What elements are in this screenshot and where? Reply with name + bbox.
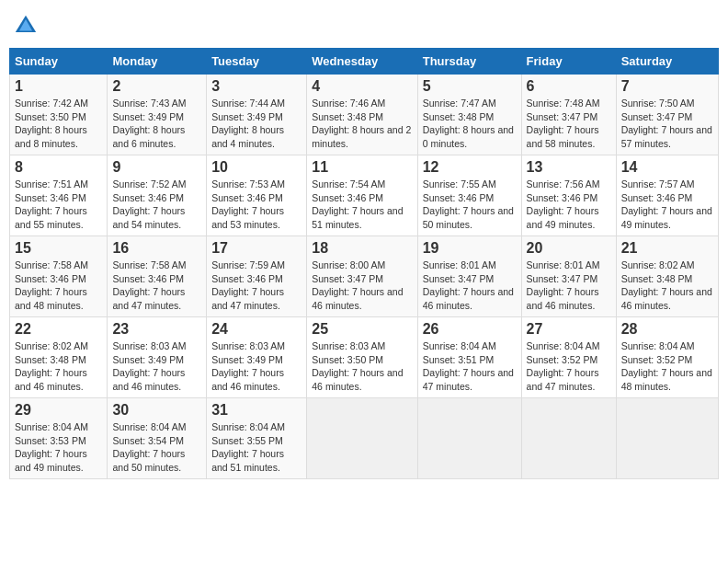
week-row-4: 22 Sunrise: 8:02 AMSunset: 3:48 PMDaylig…	[10, 317, 719, 398]
day-detail: Sunrise: 7:42 AMSunset: 3:50 PMDaylight:…	[15, 97, 102, 151]
day-detail: Sunrise: 7:55 AMSunset: 3:46 PMDaylight:…	[423, 178, 517, 232]
page-header	[9, 9, 719, 42]
day-number: 24	[211, 321, 301, 338]
day-detail: Sunrise: 7:51 AMSunset: 3:46 PMDaylight:…	[15, 178, 102, 232]
day-cell-28: 28 Sunrise: 8:04 AMSunset: 3:52 PMDaylig…	[616, 317, 718, 398]
header-wednesday: Wednesday	[307, 49, 417, 75]
day-number: 1	[15, 78, 102, 95]
day-detail: Sunrise: 7:57 AMSunset: 3:46 PMDaylight:…	[621, 178, 713, 232]
logo	[13, 13, 42, 39]
day-detail: Sunrise: 7:58 AMSunset: 3:46 PMDaylight:…	[15, 259, 102, 313]
day-number: 21	[621, 240, 713, 257]
day-cell-13: 13 Sunrise: 7:56 AMSunset: 3:46 PMDaylig…	[521, 155, 616, 236]
day-cell-1: 1 Sunrise: 7:42 AMSunset: 3:50 PMDayligh…	[10, 75, 108, 155]
day-number: 30	[112, 402, 201, 419]
day-detail: Sunrise: 8:03 AMSunset: 3:50 PMDaylight:…	[312, 339, 412, 394]
day-detail: Sunrise: 8:03 AMSunset: 3:49 PMDaylight:…	[112, 339, 201, 394]
day-cell-17: 17 Sunrise: 7:59 AMSunset: 3:46 PMDaylig…	[207, 236, 307, 317]
day-number: 12	[423, 159, 517, 176]
calendar-table: SundayMondayTuesdayWednesdayThursdayFrid…	[9, 48, 719, 479]
day-cell-15: 15 Sunrise: 7:58 AMSunset: 3:46 PMDaylig…	[10, 236, 108, 317]
day-number: 3	[211, 78, 301, 95]
day-number: 8	[15, 159, 102, 176]
header-friday: Friday	[521, 49, 616, 75]
day-cell-11: 11 Sunrise: 7:54 AMSunset: 3:46 PMDaylig…	[307, 155, 417, 236]
day-cell-25: 25 Sunrise: 8:03 AMSunset: 3:50 PMDaylig…	[307, 317, 417, 398]
day-detail: Sunrise: 8:04 AMSunset: 3:52 PMDaylight:…	[621, 339, 713, 394]
day-number: 13	[527, 159, 611, 176]
day-number: 9	[112, 159, 201, 176]
day-cell-20: 20 Sunrise: 8:01 AMSunset: 3:47 PMDaylig…	[521, 236, 616, 317]
day-cell-10: 10 Sunrise: 7:53 AMSunset: 3:46 PMDaylig…	[207, 155, 307, 236]
day-cell-29: 29 Sunrise: 8:04 AMSunset: 3:53 PMDaylig…	[10, 398, 108, 479]
day-cell-22: 22 Sunrise: 8:02 AMSunset: 3:48 PMDaylig…	[10, 317, 108, 398]
day-cell-6: 6 Sunrise: 7:48 AMSunset: 3:47 PMDayligh…	[521, 75, 616, 155]
day-number: 20	[527, 240, 611, 257]
header-sunday: Sunday	[10, 49, 108, 75]
day-cell-26: 26 Sunrise: 8:04 AMSunset: 3:51 PMDaylig…	[417, 317, 521, 398]
day-detail: Sunrise: 8:04 AMSunset: 3:52 PMDaylight:…	[527, 339, 611, 394]
logo-icon	[13, 13, 39, 39]
week-row-5: 29 Sunrise: 8:04 AMSunset: 3:53 PMDaylig…	[10, 398, 719, 479]
empty-cell	[616, 398, 718, 479]
day-detail: Sunrise: 7:52 AMSunset: 3:46 PMDaylight:…	[112, 178, 201, 232]
day-number: 16	[112, 240, 201, 257]
day-cell-23: 23 Sunrise: 8:03 AMSunset: 3:49 PMDaylig…	[108, 317, 207, 398]
day-cell-27: 27 Sunrise: 8:04 AMSunset: 3:52 PMDaylig…	[521, 317, 616, 398]
day-detail: Sunrise: 7:50 AMSunset: 3:47 PMDaylight:…	[621, 97, 713, 151]
day-number: 5	[423, 78, 517, 95]
day-detail: Sunrise: 7:58 AMSunset: 3:46 PMDaylight:…	[112, 259, 201, 313]
empty-cell	[307, 398, 417, 479]
header-thursday: Thursday	[417, 49, 521, 75]
day-cell-21: 21 Sunrise: 8:02 AMSunset: 3:48 PMDaylig…	[616, 236, 718, 317]
day-number: 7	[621, 78, 713, 95]
day-number: 18	[312, 240, 412, 257]
day-cell-19: 19 Sunrise: 8:01 AMSunset: 3:47 PMDaylig…	[417, 236, 521, 317]
header-saturday: Saturday	[616, 49, 718, 75]
day-cell-31: 31 Sunrise: 8:04 AMSunset: 3:55 PMDaylig…	[207, 398, 307, 479]
day-number: 14	[621, 159, 713, 176]
day-cell-9: 9 Sunrise: 7:52 AMSunset: 3:46 PMDayligh…	[108, 155, 207, 236]
day-detail: Sunrise: 7:48 AMSunset: 3:47 PMDaylight:…	[527, 97, 611, 151]
day-detail: Sunrise: 8:04 AMSunset: 3:53 PMDaylight:…	[15, 420, 102, 475]
day-number: 22	[15, 321, 102, 338]
day-cell-5: 5 Sunrise: 7:47 AMSunset: 3:48 PMDayligh…	[417, 75, 521, 155]
day-number: 26	[423, 321, 517, 338]
day-detail: Sunrise: 8:02 AMSunset: 3:48 PMDaylight:…	[15, 339, 102, 394]
day-number: 4	[312, 78, 412, 95]
day-detail: Sunrise: 8:04 AMSunset: 3:55 PMDaylight:…	[211, 420, 301, 475]
header-monday: Monday	[108, 49, 207, 75]
header-row: SundayMondayTuesdayWednesdayThursdayFrid…	[10, 49, 719, 75]
day-detail: Sunrise: 7:43 AMSunset: 3:49 PMDaylight:…	[112, 97, 201, 151]
day-number: 29	[15, 402, 102, 419]
day-detail: Sunrise: 8:02 AMSunset: 3:48 PMDaylight:…	[621, 259, 713, 313]
day-detail: Sunrise: 7:54 AMSunset: 3:46 PMDaylight:…	[312, 178, 412, 232]
day-cell-8: 8 Sunrise: 7:51 AMSunset: 3:46 PMDayligh…	[10, 155, 108, 236]
day-cell-7: 7 Sunrise: 7:50 AMSunset: 3:47 PMDayligh…	[616, 75, 718, 155]
day-number: 10	[211, 159, 301, 176]
day-detail: Sunrise: 7:56 AMSunset: 3:46 PMDaylight:…	[527, 178, 611, 232]
day-detail: Sunrise: 7:47 AMSunset: 3:48 PMDaylight:…	[423, 97, 517, 151]
day-cell-14: 14 Sunrise: 7:57 AMSunset: 3:46 PMDaylig…	[616, 155, 718, 236]
day-cell-30: 30 Sunrise: 8:04 AMSunset: 3:54 PMDaylig…	[108, 398, 207, 479]
week-row-3: 15 Sunrise: 7:58 AMSunset: 3:46 PMDaylig…	[10, 236, 719, 317]
day-detail: Sunrise: 7:59 AMSunset: 3:46 PMDaylight:…	[211, 259, 301, 313]
day-cell-2: 2 Sunrise: 7:43 AMSunset: 3:49 PMDayligh…	[108, 75, 207, 155]
day-number: 31	[211, 402, 301, 419]
week-row-1: 1 Sunrise: 7:42 AMSunset: 3:50 PMDayligh…	[10, 75, 719, 155]
day-number: 23	[112, 321, 201, 338]
day-number: 6	[527, 78, 611, 95]
day-number: 25	[312, 321, 412, 338]
day-detail: Sunrise: 8:03 AMSunset: 3:49 PMDaylight:…	[211, 339, 301, 394]
day-number: 2	[112, 78, 201, 95]
day-number: 11	[312, 159, 412, 176]
day-detail: Sunrise: 7:53 AMSunset: 3:46 PMDaylight:…	[211, 178, 301, 232]
day-cell-24: 24 Sunrise: 8:03 AMSunset: 3:49 PMDaylig…	[207, 317, 307, 398]
day-cell-3: 3 Sunrise: 7:44 AMSunset: 3:49 PMDayligh…	[207, 75, 307, 155]
day-number: 27	[527, 321, 611, 338]
day-detail: Sunrise: 8:04 AMSunset: 3:51 PMDaylight:…	[423, 339, 517, 394]
day-number: 28	[621, 321, 713, 338]
day-number: 19	[423, 240, 517, 257]
day-detail: Sunrise: 8:01 AMSunset: 3:47 PMDaylight:…	[423, 259, 517, 313]
day-cell-16: 16 Sunrise: 7:58 AMSunset: 3:46 PMDaylig…	[108, 236, 207, 317]
